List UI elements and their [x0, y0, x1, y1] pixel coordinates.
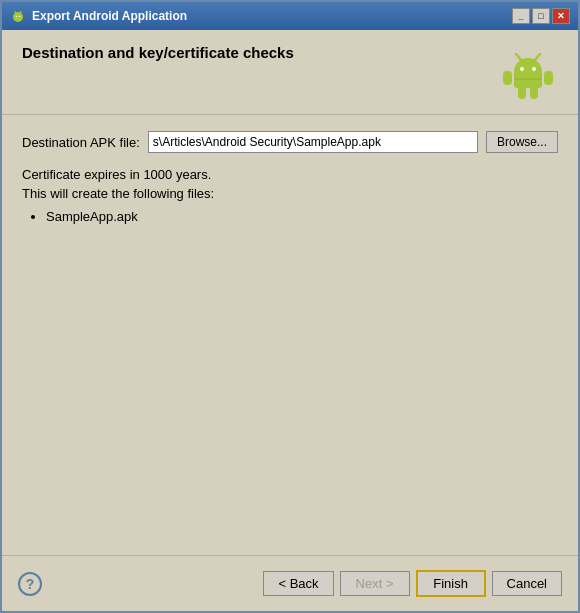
- svg-rect-13: [544, 71, 553, 85]
- svg-point-4: [16, 16, 17, 17]
- title-bar-buttons: _ □ ✕: [512, 8, 570, 24]
- android-title-icon: [10, 8, 26, 24]
- next-button[interactable]: Next >: [340, 571, 410, 596]
- cancel-button[interactable]: Cancel: [492, 571, 562, 596]
- apk-file-row: Destination APK file: Browse...: [22, 131, 558, 153]
- footer-section: ? < Back Next > Finish Cancel: [2, 555, 578, 611]
- maximize-button[interactable]: □: [532, 8, 550, 24]
- svg-rect-14: [518, 86, 526, 99]
- android-logo-icon: [498, 44, 558, 104]
- svg-point-5: [19, 16, 20, 17]
- file-list-item: SampleApp.apk: [46, 209, 558, 224]
- title-bar: Export Android Application _ □ ✕: [2, 2, 578, 30]
- svg-rect-15: [530, 86, 538, 99]
- footer-buttons: < Back Next > Finish Cancel: [263, 570, 562, 597]
- apk-path-input[interactable]: [148, 131, 478, 153]
- svg-point-9: [532, 67, 536, 71]
- svg-point-8: [520, 67, 524, 71]
- svg-rect-16: [514, 78, 542, 80]
- apk-label: Destination APK file:: [22, 135, 140, 150]
- finish-button[interactable]: Finish: [416, 570, 486, 597]
- cert-expiry-text: Certificate expires in 1000 years.: [22, 167, 558, 182]
- files-label: This will create the following files:: [22, 186, 558, 201]
- window-body: Destination and key/certificate checks: [2, 30, 578, 611]
- svg-line-11: [535, 54, 540, 60]
- page-title: Destination and key/certificate checks: [22, 44, 294, 61]
- title-bar-text: Export Android Application: [32, 9, 187, 23]
- back-button[interactable]: < Back: [263, 571, 333, 596]
- help-button[interactable]: ?: [18, 572, 42, 596]
- files-list: SampleApp.apk: [22, 209, 558, 224]
- svg-rect-1: [15, 15, 21, 20]
- browse-button[interactable]: Browse...: [486, 131, 558, 153]
- svg-rect-12: [503, 71, 512, 85]
- content-section: Destination APK file: Browse... Certific…: [2, 115, 578, 555]
- header-section: Destination and key/certificate checks: [2, 30, 578, 115]
- svg-line-10: [516, 54, 521, 60]
- export-android-dialog: Export Android Application _ □ ✕ Destina…: [0, 0, 580, 613]
- title-bar-left: Export Android Application: [10, 8, 187, 24]
- close-button[interactable]: ✕: [552, 8, 570, 24]
- footer-left: ?: [18, 572, 42, 596]
- minimize-button[interactable]: _: [512, 8, 530, 24]
